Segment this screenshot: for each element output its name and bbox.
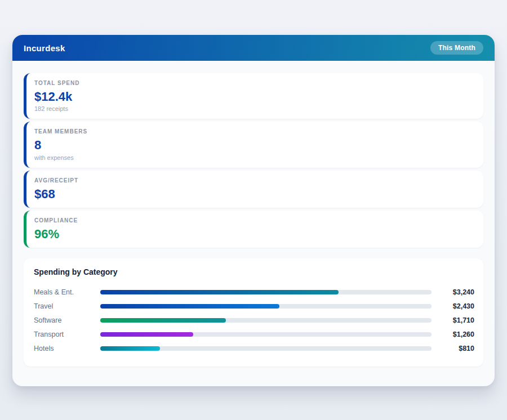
stat-value: $68 bbox=[34, 187, 474, 201]
stat-label: TEAM MEMBERS bbox=[34, 128, 474, 135]
stat-label: AVG/RECEIPT bbox=[34, 177, 474, 184]
chart-title: Spending by Category bbox=[33, 267, 474, 276]
stat-card-compliance: COMPLIANCE 96% bbox=[24, 211, 483, 248]
category-value: $810 bbox=[432, 345, 474, 352]
stat-value: 96% bbox=[34, 227, 474, 241]
category-label: Hotels bbox=[34, 345, 100, 352]
spending-chart-card: Spending by Category Meals & Ent. $3,240… bbox=[24, 258, 483, 367]
app-header: Incurdesk This Month bbox=[12, 35, 495, 61]
category-label: Meals & Ent. bbox=[34, 288, 100, 296]
bar-fill-software bbox=[100, 318, 226, 323]
bar-fill-meals bbox=[100, 290, 339, 294]
category-value: $1,710 bbox=[432, 316, 474, 324]
bar-track bbox=[100, 304, 432, 309]
bar-track bbox=[100, 332, 432, 337]
bar-fill-hotels bbox=[100, 346, 160, 351]
category-value: $3,240 bbox=[432, 288, 474, 296]
bar-track bbox=[100, 290, 432, 294]
stat-value: 8 bbox=[34, 138, 474, 152]
stat-card-total-spend: TOTAL SPEND $12.4k 182 receipts bbox=[24, 73, 483, 119]
stat-sub: with expenses bbox=[34, 154, 474, 161]
main-content: TOTAL SPEND $12.4k 182 receipts TEAM MEM… bbox=[12, 61, 495, 367]
category-label: Transport bbox=[34, 330, 100, 338]
stat-card-avg-receipt: AVG/RECEIPT $68 bbox=[24, 171, 483, 208]
stats-section: TOTAL SPEND $12.4k 182 receipts TEAM MEM… bbox=[24, 73, 483, 248]
bar-track bbox=[100, 346, 432, 351]
stat-label: TOTAL SPEND bbox=[34, 80, 474, 86]
category-value: $2,430 bbox=[432, 302, 474, 310]
bar-fill-transport bbox=[100, 332, 193, 337]
chart-row-hotels: Hotels $810 bbox=[33, 341, 474, 355]
chart-rows: Meals & Ent. $3,240 Travel $2,430 Softwa… bbox=[33, 285, 474, 355]
category-label: Travel bbox=[34, 302, 100, 310]
dashboard-panel: Incurdesk This Month TOTAL SPEND $12.4k … bbox=[12, 35, 495, 386]
chart-row-software: Software $1,710 bbox=[33, 313, 474, 327]
stat-card-team-members: TEAM MEMBERS 8 with expenses bbox=[24, 122, 483, 167]
stat-value: $12.4k bbox=[34, 90, 474, 104]
stat-label: COMPLIANCE bbox=[34, 217, 474, 224]
category-label: Software bbox=[34, 316, 100, 324]
bar-track bbox=[100, 318, 432, 323]
chart-row-transport: Transport $1,260 bbox=[33, 327, 474, 341]
stat-sub: 182 receipts bbox=[34, 105, 474, 112]
period-badge-button[interactable]: This Month bbox=[430, 41, 483, 55]
app-title: Incurdesk bbox=[24, 43, 65, 53]
chart-row-meals: Meals & Ent. $3,240 bbox=[33, 285, 474, 299]
bar-fill-travel bbox=[100, 304, 279, 309]
chart-row-travel: Travel $2,430 bbox=[33, 299, 474, 313]
category-value: $1,260 bbox=[432, 330, 474, 338]
